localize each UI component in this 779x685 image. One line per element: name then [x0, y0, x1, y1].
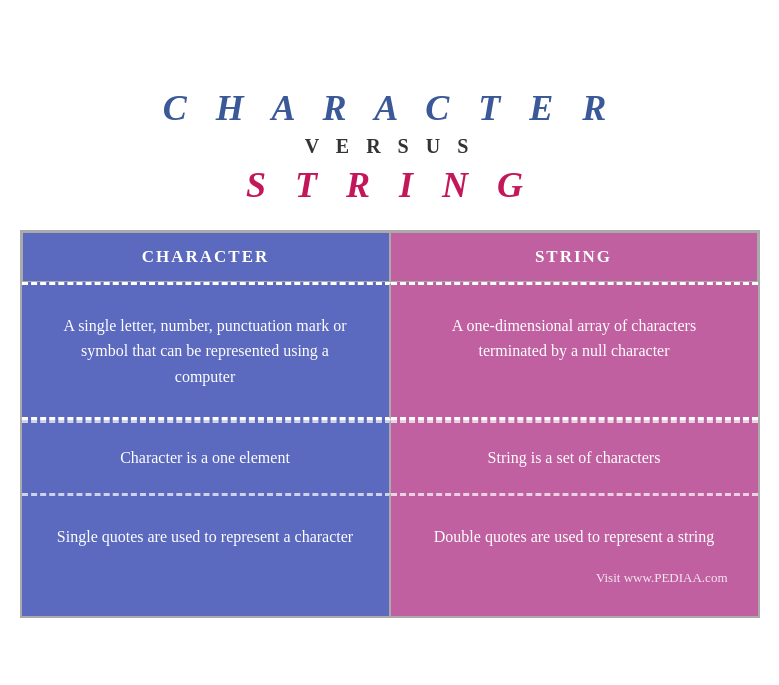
main-container: C H A R A C T E R V E R S U S S T R I N … — [20, 67, 760, 619]
title-versus: V E R S U S — [20, 135, 760, 158]
row-2: Character is a one element String is a s… — [22, 420, 758, 493]
credit-text: Visit www.PEDIAA.com — [421, 568, 728, 589]
row3-char-cell: Single quotes are used to represent a ch… — [22, 493, 391, 616]
row2-string-cell: String is a set of characters — [391, 420, 758, 493]
title-string: S T R I N G — [20, 164, 760, 206]
title-character: C H A R A C T E R — [20, 87, 760, 129]
row-1: A single letter, number, punctuation mar… — [22, 282, 758, 421]
row3-string-cell: Double quotes are used to represent a st… — [391, 493, 758, 616]
col-header-string: STRING — [390, 232, 758, 282]
column-headers: CHARACTER STRING — [22, 232, 758, 282]
header: C H A R A C T E R V E R S U S S T R I N … — [20, 67, 760, 230]
col-header-character: CHARACTER — [22, 232, 390, 282]
row3-string-text: Double quotes are used to represent a st… — [434, 528, 714, 545]
row1-char-cell: A single letter, number, punctuation mar… — [22, 282, 391, 421]
comparison-table: CHARACTER STRING A single letter, number… — [20, 230, 760, 619]
row2-char-cell: Character is a one element — [22, 420, 391, 493]
row-3: Single quotes are used to represent a ch… — [22, 493, 758, 616]
row1-string-cell: A one-dimensional array of characters te… — [391, 282, 758, 421]
